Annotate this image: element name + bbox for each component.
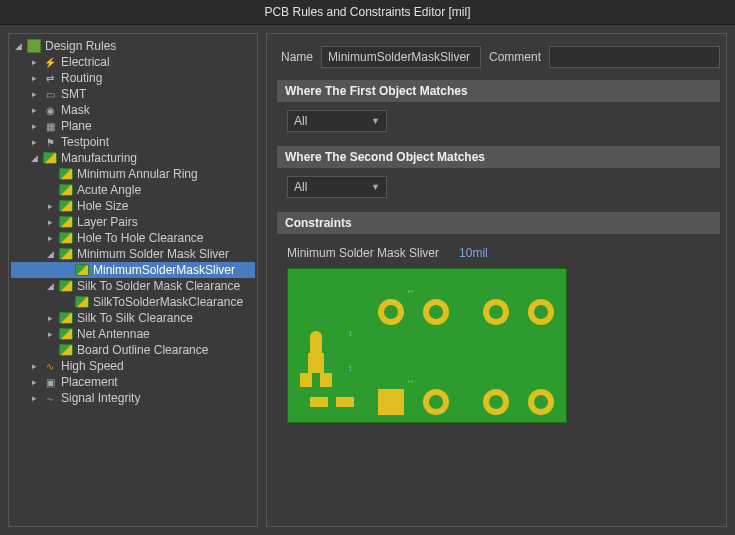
chevron-right-icon: ▸ xyxy=(45,329,55,339)
routing-icon: ⇄ xyxy=(43,71,57,85)
rule-icon xyxy=(75,264,89,276)
tree-category-highspeed[interactable]: ▸ ∿ High Speed xyxy=(11,358,255,374)
pcb-preview: ↔ ↕ ↔ ↕ xyxy=(287,268,567,423)
tree-category-routing[interactable]: ▸ ⇄ Routing xyxy=(11,70,255,86)
chevron-right-icon: ▸ xyxy=(29,361,39,371)
section-constraints: Constraints xyxy=(277,212,720,234)
chevron-right-icon: ▸ xyxy=(45,233,55,243)
spacer xyxy=(45,185,55,195)
chevron-down-icon: ◢ xyxy=(45,281,55,291)
spacer xyxy=(61,297,71,307)
spacer xyxy=(61,265,71,275)
tree-label: Minimum Annular Ring xyxy=(77,167,198,181)
rule-icon xyxy=(59,216,73,228)
tree-label: Testpoint xyxy=(61,135,109,149)
chevron-right-icon: ▸ xyxy=(29,89,39,99)
tree-label: SilkToSolderMaskClearance xyxy=(93,295,243,309)
tree-label: Mask xyxy=(61,103,90,117)
rule-icon xyxy=(59,200,73,212)
tree-item[interactable]: Board Outline Clearance xyxy=(11,342,255,358)
plane-icon: ▦ xyxy=(43,119,57,133)
tree-item[interactable]: ▸ Hole To Hole Clearance xyxy=(11,230,255,246)
content-area: ◢ Design Rules ▸ ⚡ Electrical ▸ ⇄ Routin… xyxy=(0,25,735,535)
first-match-dropdown[interactable]: All ▼ xyxy=(287,110,387,132)
name-input[interactable] xyxy=(321,46,481,68)
chevron-right-icon: ▸ xyxy=(45,201,55,211)
chevron-right-icon: ▸ xyxy=(29,57,39,67)
tree-label: Routing xyxy=(61,71,102,85)
smt-icon: ▭ xyxy=(43,87,57,101)
second-match-body: All ▼ xyxy=(277,176,720,212)
second-match-dropdown[interactable]: All ▼ xyxy=(287,176,387,198)
chevron-right-icon: ▸ xyxy=(29,73,39,83)
rule-icon xyxy=(59,248,73,260)
tree-root[interactable]: ◢ Design Rules xyxy=(11,38,255,54)
tree-label: Hole To Hole Clearance xyxy=(77,231,204,245)
constraint-label: Minimum Solder Mask Sliver xyxy=(287,246,439,260)
rule-icon xyxy=(59,328,73,340)
tree-label: SMT xyxy=(61,87,86,101)
tree-label: Plane xyxy=(61,119,92,133)
rules-root-icon xyxy=(27,39,41,53)
tree-item-silk-solder-rule[interactable]: SilkToSolderMaskClearance xyxy=(11,294,255,310)
chevron-down-icon: ◢ xyxy=(13,41,23,51)
testpoint-icon: ⚑ xyxy=(43,135,57,149)
tree-item[interactable]: Minimum Annular Ring xyxy=(11,166,255,182)
chevron-down-icon: ◢ xyxy=(45,249,55,259)
tree-label: Minimum Solder Mask Sliver xyxy=(77,247,229,261)
tree-category-placement[interactable]: ▸ ▣ Placement xyxy=(11,374,255,390)
tree-category-testpoint[interactable]: ▸ ⚑ Testpoint xyxy=(11,134,255,150)
tree-label: Silk To Solder Mask Clearance xyxy=(77,279,240,293)
tree-label: Placement xyxy=(61,375,118,389)
tree-item[interactable]: ▸ Net Antennae xyxy=(11,326,255,342)
tree-root-label: Design Rules xyxy=(45,39,116,53)
chevron-right-icon: ▸ xyxy=(29,105,39,115)
placement-icon: ▣ xyxy=(43,375,57,389)
window-title: PCB Rules and Constraints Editor [mil] xyxy=(0,0,735,25)
signal-integrity-icon: ⏦ xyxy=(43,391,57,405)
tree-category-plane[interactable]: ▸ ▦ Plane xyxy=(11,118,255,134)
tree-label: High Speed xyxy=(61,359,124,373)
rules-tree[interactable]: ◢ Design Rules ▸ ⚡ Electrical ▸ ⇄ Routin… xyxy=(8,33,258,527)
comment-input[interactable] xyxy=(549,46,720,68)
tree-category-manufacturing[interactable]: ◢ Manufacturing xyxy=(11,150,255,166)
tree-label: Hole Size xyxy=(77,199,128,213)
spacer xyxy=(45,345,55,355)
tree-item-silk-solder[interactable]: ◢ Silk To Solder Mask Clearance xyxy=(11,278,255,294)
tree-label: Manufacturing xyxy=(61,151,137,165)
constraint-value[interactable]: 10mil xyxy=(459,246,488,260)
manufacturing-icon xyxy=(43,152,57,164)
dropdown-value: All xyxy=(294,180,307,194)
rule-icon xyxy=(59,344,73,356)
tree-category-smt[interactable]: ▸ ▭ SMT xyxy=(11,86,255,102)
rule-icon xyxy=(75,296,89,308)
name-label: Name xyxy=(281,50,313,64)
spacer xyxy=(45,169,55,179)
chevron-down-icon: ▼ xyxy=(371,116,380,126)
rule-icon xyxy=(59,280,73,292)
chevron-right-icon: ▸ xyxy=(29,393,39,403)
mask-icon: ◉ xyxy=(43,103,57,117)
chevron-right-icon: ▸ xyxy=(29,377,39,387)
tree-category-signal-integrity[interactable]: ▸ ⏦ Signal Integrity xyxy=(11,390,255,406)
electrical-icon: ⚡ xyxy=(43,55,57,69)
section-second-match: Where The Second Object Matches xyxy=(277,146,720,168)
constraint-preview-wrap: ↔ ↕ ↔ ↕ xyxy=(277,268,720,423)
tree-item-sliver[interactable]: ◢ Minimum Solder Mask Sliver xyxy=(11,246,255,262)
tree-label: MinimumSolderMaskSliver xyxy=(93,263,235,277)
tree-label: Signal Integrity xyxy=(61,391,140,405)
tree-item-sliver-rule[interactable]: MinimumSolderMaskSliver xyxy=(11,262,255,278)
comment-label: Comment xyxy=(489,50,541,64)
tree-item[interactable]: ▸ Layer Pairs xyxy=(11,214,255,230)
rule-icon xyxy=(59,232,73,244)
tree-item[interactable]: ▸ Silk To Silk Clearance xyxy=(11,310,255,326)
tree-label: Acute Angle xyxy=(77,183,141,197)
tree-item[interactable]: ▸ Hole Size xyxy=(11,198,255,214)
tree-item[interactable]: Acute Angle xyxy=(11,182,255,198)
tree-category-electrical[interactable]: ▸ ⚡ Electrical xyxy=(11,54,255,70)
tree-category-mask[interactable]: ▸ ◉ Mask xyxy=(11,102,255,118)
chevron-right-icon: ▸ xyxy=(45,217,55,227)
highspeed-icon: ∿ xyxy=(43,359,57,373)
rule-editor-panel: Name Comment Where The First Object Matc… xyxy=(266,33,727,527)
constraint-row: Minimum Solder Mask Sliver 10mil xyxy=(277,242,720,268)
